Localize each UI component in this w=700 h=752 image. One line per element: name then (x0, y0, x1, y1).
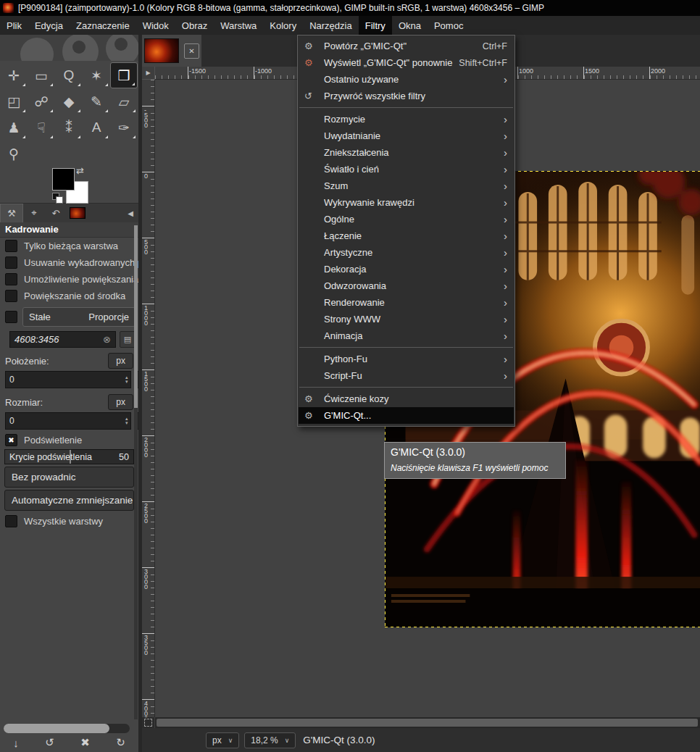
tab-device-status[interactable]: ⌖ (23, 204, 45, 222)
checkbox-icon[interactable] (5, 240, 17, 252)
menu-item-category-1[interactable]: Uwydatnianie› (299, 128, 514, 144)
checkbox-current-layer-only[interactable]: Tylko bieżąca warstwa (0, 238, 138, 254)
clear-input-icon[interactable]: ⊗ (103, 334, 111, 345)
toolbox-drag-header[interactable] (0, 35, 138, 61)
menu-item-category-9[interactable]: Dekoracja› (299, 261, 514, 277)
tab-tool-options[interactable]: ⚒ (0, 204, 23, 222)
menu-item-category-0[interactable]: Rozmycie› (299, 111, 514, 128)
delete-tool-preset-button[interactable]: ✖ (80, 736, 90, 749)
default-colors-icon[interactable] (52, 193, 62, 202)
size-x-input[interactable] (6, 415, 123, 427)
ruler-menu-button[interactable]: ▶ (142, 67, 155, 80)
highlight-opacity-slider[interactable]: Krycie podświetlenia 50 (4, 449, 134, 464)
swap-colors-icon[interactable]: ⇄ (76, 165, 84, 176)
quick-mask-toggle[interactable] (142, 717, 155, 728)
tab-image-thumbnail[interactable] (67, 204, 88, 222)
size-unit-button[interactable]: px (108, 394, 133, 410)
checkbox-delete-cropped-pixels[interactable]: Usuwanie wykadrowanych pi (0, 254, 138, 271)
canvas-horizontal-scrollbar[interactable] (155, 717, 700, 728)
checkbox-icon[interactable] (5, 273, 17, 285)
menubar-item-warstwa[interactable]: Warstwa (214, 16, 263, 35)
rectangle-select-tool[interactable]: ▭ (28, 62, 55, 88)
menu-item-category-10[interactable]: Odwzorowania› (299, 277, 514, 294)
save-tool-preset-button[interactable]: ↓ (13, 737, 19, 749)
menubar-item-obraz[interactable]: Obraz (175, 16, 214, 35)
scrollbar-thumb[interactable] (157, 719, 698, 727)
menu-item-category-4[interactable]: Szum› (299, 177, 514, 194)
position-x-spinbox[interactable]: ▴▾ (5, 371, 131, 388)
scrollbar-thumb[interactable] (4, 724, 109, 733)
menu-item-category-12[interactable]: Strony WWW› (299, 311, 514, 327)
checkbox-all-layers[interactable]: Wszystkie warstwy (0, 513, 138, 530)
spin-arrows-icon[interactable]: ▴▾ (123, 417, 130, 425)
reset-tool-options-button[interactable]: ↻ (116, 736, 125, 749)
menu-item-category-7[interactable]: Łączenie› (299, 227, 514, 244)
revert-tool-preset-button[interactable]: ↺ (45, 736, 54, 749)
foreground-color-swatch[interactable] (52, 168, 75, 191)
menubar-item-filtry[interactable]: Filtry (359, 16, 392, 35)
menubar-item-edycja[interactable]: Edycja (28, 16, 70, 35)
menu-item-top-1[interactable]: ⚙Wyświetl „G'MIC-Qt" ponownieShift+Ctrl+… (299, 54, 514, 71)
position-unit-button[interactable]: px (108, 353, 133, 369)
bucket-fill-tool[interactable]: ◆ (55, 88, 83, 114)
checkbox-allow-growing[interactable]: Umożliwienie powiększania (0, 271, 138, 288)
menubar-item-okna[interactable]: Okna (392, 16, 428, 35)
menu-item-top-2[interactable]: Ostatnio używane› (299, 71, 514, 88)
eraser-tool[interactable]: ▱ (110, 88, 138, 114)
transform-tool[interactable]: ◰ (0, 88, 28, 114)
menu-item-plugin-1[interactable]: ⚙G'MIC-Qt... (299, 407, 514, 424)
menubar-item-narzędzia[interactable]: Narzędzia (303, 16, 359, 35)
vertical-ruler[interactable]: - 5 0 005 0 01 0 0 01 5 0 02 0 0 02 5 0 … (142, 80, 155, 717)
text-tool[interactable]: A (83, 114, 110, 141)
fixed-ratio-combo[interactable]: Stałe Proporcje (22, 307, 136, 327)
menu-item-plugin-0[interactable]: ⚙Ćwiczenie kozy (299, 390, 514, 407)
menubar-item-widok[interactable]: Widok (136, 16, 175, 35)
menu-item-category-5[interactable]: Wykrywanie krawędzi› (299, 194, 514, 211)
menu-item-top-3[interactable]: ↺Przywróć wszystkie filtry (299, 88, 514, 104)
crop-tool[interactable]: ❒ (110, 62, 138, 88)
menubar-item-zaznaczenie[interactable]: Zaznaczenie (70, 16, 136, 35)
clone-tool[interactable]: ♟ (0, 114, 28, 141)
menu-item-category-6[interactable]: Ogólne› (299, 211, 514, 227)
image-tab[interactable]: ✕ (142, 35, 201, 67)
aspect-ratio-input[interactable]: 4608:3456 ⊗ (9, 331, 116, 348)
zoom-tool[interactable]: ⚲ (0, 141, 28, 167)
menu-item-top-0[interactable]: ⚙Powtórz „G'MIC-Qt"Ctrl+F (299, 38, 514, 54)
auto-shrink-button[interactable]: Automatyczne zmniejszanie (4, 490, 134, 511)
menubar-item-plik[interactable]: Plik (0, 16, 28, 35)
checkbox-checked-icon[interactable]: ✖ (5, 434, 17, 446)
checkbox-icon[interactable] (5, 290, 17, 302)
smudge-tool[interactable]: ☟ (28, 114, 55, 141)
close-image-icon[interactable]: ✕ (184, 43, 199, 59)
guides-dropdown[interactable]: Bez prowadnic (4, 467, 134, 488)
menu-item-scripting-1[interactable]: Script-Fu› (299, 367, 514, 384)
scrollbar-thumb[interactable] (134, 225, 138, 408)
panel-horizontal-scrollbar[interactable] (4, 724, 130, 733)
menubar-item-pomoc[interactable]: Pomoc (428, 16, 470, 35)
paintbrush-tool[interactable]: ✎ (83, 88, 110, 114)
position-x-input[interactable] (6, 374, 123, 385)
tab-undo-history[interactable]: ↶ (45, 204, 67, 222)
checkbox-icon[interactable] (5, 515, 17, 527)
checkbox-highlight[interactable]: ✖ Podświetlenie (0, 432, 138, 448)
checkbox-icon[interactable] (5, 256, 17, 269)
portrait-landscape-button[interactable]: ▤ (120, 331, 136, 348)
spin-arrows-icon[interactable]: ▴▾ (123, 375, 130, 384)
move-tool[interactable]: ✛ (0, 62, 28, 88)
menu-item-category-13[interactable]: Animacja› (299, 327, 514, 344)
zoom-dropdown[interactable]: 18,2 % ∨ (244, 732, 296, 748)
collapse-dock-icon[interactable]: ◀ (122, 204, 138, 222)
unit-dropdown[interactable]: px ∨ (206, 732, 239, 748)
menu-item-category-11[interactable]: Renderowanie› (299, 294, 514, 311)
tool-options-scrollbar[interactable] (134, 225, 138, 719)
size-x-spinbox[interactable]: ▴▾ (5, 412, 131, 430)
menu-item-category-2[interactable]: Zniekształcenia› (299, 144, 514, 161)
airbrush-tool[interactable]: ⁑ (55, 114, 83, 141)
menu-item-scripting-0[interactable]: Python-Fu› (299, 351, 514, 367)
fuzzy-select-tool[interactable]: ✶ (83, 62, 110, 88)
handle-transform-tool[interactable]: ☍ (28, 88, 55, 114)
menubar-item-kolory[interactable]: Kolory (263, 16, 303, 35)
menu-item-category-3[interactable]: Światło i cień› (299, 161, 514, 177)
free-select-tool[interactable]: Q (55, 62, 83, 88)
menu-item-category-8[interactable]: Artystyczne› (299, 244, 514, 261)
